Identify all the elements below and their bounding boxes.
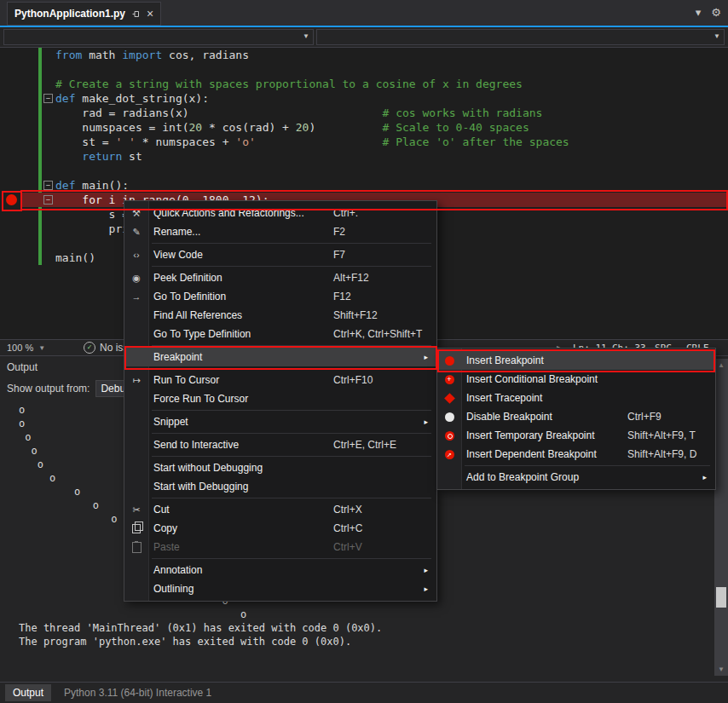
tracepoint-icon — [437, 389, 461, 407]
output-scrollbar[interactable]: ▲ ▼ — [714, 359, 728, 676]
menu-item-label: Go To Type Definition — [153, 328, 251, 340]
menu-item-rename[interactable]: ✎Rename...F2 — [124, 222, 436, 241]
menu-item-shortcut: Ctrl+E, Ctrl+E — [333, 435, 396, 454]
menu-item-label: Snippet — [153, 416, 188, 428]
menu-item-annotation[interactable]: Annotation▸ — [124, 561, 436, 579]
code-line[interactable]: st = ' ' * numspaces + 'o' # Place 'o' a… — [0, 135, 728, 149]
code-text: def make_dot_string(x): — [55, 92, 209, 105]
empty-icon-slot — [124, 325, 148, 343]
project-dropdown[interactable]: ▼ — [3, 29, 314, 45]
rename-icon: ✎ — [124, 222, 148, 241]
menu-item-label: Insert Tracepoint — [466, 392, 542, 404]
paste-icon — [124, 538, 148, 556]
code-line[interactable] — [0, 164, 728, 178]
member-dropdown[interactable]: ▼ — [316, 29, 725, 45]
menu-item-label: Start with Debugging — [153, 481, 248, 493]
empty-icon-slot — [124, 412, 148, 431]
empty-icon-slot — [124, 435, 148, 454]
menu-item-add-to-breakpoint-group[interactable]: Add to Breakpoint Group▸ — [437, 468, 715, 487]
scroll-down-icon[interactable]: ▼ — [714, 663, 728, 676]
panel-tab-output[interactable]: Output — [5, 684, 51, 701]
menu-item-send-to-interactive[interactable]: Send to InteractiveCtrl+E, Ctrl+E — [124, 435, 436, 454]
menu-item-shortcut: Shift+Alt+F9, T — [627, 426, 696, 445]
empty-icon-slot — [124, 561, 148, 579]
code-text: main() — [55, 251, 95, 264]
menu-item-go-to-definition[interactable]: →Go To DefinitionF12 — [124, 287, 436, 306]
code-line[interactable]: −def main(): — [0, 178, 728, 193]
panel-tab-python-3-11-64-bit-interactive-1[interactable]: Python 3.11 (64-bit) Interactive 1 — [56, 684, 219, 701]
menu-item-go-to-type-definition[interactable]: Go To Type DefinitionCtrl+K, Ctrl+Shift+… — [124, 325, 436, 343]
empty-icon-slot — [124, 458, 148, 477]
zoom-level: 100 % — [7, 343, 33, 353]
menu-item-label: View Code — [153, 249, 203, 261]
menu-item-label: Breakpoint — [153, 351, 202, 363]
view-code-icon: ‹› — [124, 245, 148, 264]
submenu-arrow-icon: ▸ — [424, 412, 428, 431]
menu-item-insert-temporary-breakpoint[interactable]: Insert Temporary BreakpointShift+Alt+F9,… — [437, 426, 715, 445]
empty-icon-slot — [124, 477, 148, 496]
code-text: numspaces = int(20 * cos(rad) + 20) # Sc… — [55, 121, 529, 134]
close-tab-icon[interactable]: × — [147, 8, 153, 20]
menu-item-outlining[interactable]: Outlining▸ — [124, 579, 436, 598]
editor-context-menu: ⚒Quick Actions and Refactorings...Ctrl+.… — [124, 200, 437, 602]
menu-item-cut[interactable]: ✂CutCtrl+X — [124, 500, 436, 519]
menu-item-start-with-debugging[interactable]: Start with Debugging — [124, 477, 436, 496]
menu-item-run-to-cursor[interactable]: ↦Run To CursorCtrl+F10 — [124, 371, 436, 389]
menu-item-force-run-to-cursor[interactable]: Force Run To Cursor — [124, 389, 436, 408]
menu-item-label: Paste — [153, 541, 180, 553]
menu-item-view-code[interactable]: ‹›View CodeF7 — [124, 245, 436, 264]
code-line[interactable]: rad = radians(x) # cos works with radian… — [0, 106, 728, 120]
open-documents-dropdown-icon[interactable]: ▾ — [696, 6, 702, 19]
menu-item-label: Force Run To Cursor — [153, 393, 248, 405]
menu-item-disable-breakpoint[interactable]: Disable BreakpointCtrl+F9 — [437, 407, 715, 426]
menu-separator — [152, 498, 431, 498]
menu-separator — [152, 243, 431, 244]
menu-item-insert-breakpoint[interactable]: Insert Breakpoint — [437, 351, 715, 370]
document-tab[interactable]: PythonApplication1.py × — [7, 2, 161, 26]
menu-item-insert-conditional-breakpoint[interactable]: Insert Conditional Breakpoint — [437, 370, 715, 389]
menu-item-shortcut: Shift+F12 — [333, 306, 378, 325]
menu-item-breakpoint[interactable]: Breakpoint▸ — [124, 348, 436, 366]
menu-item-paste[interactable]: PasteCtrl+V — [124, 538, 436, 556]
menu-item-quick-actions-and-refactorings[interactable]: ⚒Quick Actions and Refactorings...Ctrl+. — [124, 204, 436, 222]
fold-collapse-icon[interactable]: − — [43, 94, 53, 103]
menu-item-start-without-debugging[interactable]: Start without Debugging — [124, 458, 436, 477]
fold-collapse-icon[interactable]: − — [43, 181, 53, 190]
code-text: # Create a string with spaces proportion… — [55, 78, 523, 90]
menu-item-copy[interactable]: CopyCtrl+C — [124, 519, 436, 538]
code-line[interactable] — [0, 62, 728, 77]
pin-icon[interactable] — [131, 9, 141, 19]
code-line[interactable]: from math import cos, radians — [0, 48, 728, 62]
visual-studio-window: PythonApplication1.py × ▾ ⚙ ▼ ▼ from mat… — [0, 0, 728, 703]
menu-item-label: Start without Debugging — [153, 462, 263, 474]
empty-icon-slot — [124, 579, 148, 598]
fold-collapse-icon[interactable]: − — [43, 195, 53, 205]
menu-item-peek-definition[interactable]: ◉Peek DefinitionAlt+F12 — [124, 268, 436, 287]
code-text: rad = radians(x) # cos works with radian… — [55, 107, 542, 119]
disable-breakpoint-icon — [437, 407, 461, 426]
menu-item-label: Annotation — [153, 564, 202, 576]
scrollbar-thumb[interactable] — [716, 587, 726, 608]
code-line[interactable]: return st — [0, 149, 728, 164]
code-line[interactable]: # Create a string with spaces proportion… — [0, 77, 728, 91]
code-line[interactable]: −def make_dot_string(x): — [0, 91, 728, 106]
code-text: return st — [55, 150, 142, 163]
zoom-selector[interactable]: 100 % ▼ — [7, 343, 45, 353]
empty-icon-slot — [124, 348, 148, 366]
cut-icon: ✂ — [124, 500, 148, 519]
scroll-up-icon[interactable]: ▲ — [714, 359, 728, 372]
menu-item-insert-dependent-breakpoint[interactable]: Insert Dependent BreakpointShift+Alt+F9,… — [437, 445, 715, 464]
gear-icon[interactable]: ⚙ — [711, 6, 721, 19]
menu-item-find-all-references[interactable]: Find All ReferencesShift+F12 — [124, 306, 436, 325]
menu-item-shortcut: Ctrl+V — [333, 538, 362, 556]
menu-item-snippet[interactable]: Snippet▸ — [124, 412, 436, 431]
code-line[interactable]: numspaces = int(20 * cos(rad) + 20) # Sc… — [0, 120, 728, 135]
quick-actions-icon: ⚒ — [124, 204, 148, 222]
conditional-breakpoint-icon — [437, 370, 461, 389]
empty-icon-slot — [437, 468, 461, 487]
menu-item-label: Quick Actions and Refactorings... — [153, 207, 304, 219]
document-tab-title: PythonApplication1.py — [14, 8, 125, 20]
menu-separator — [152, 456, 431, 457]
menu-item-shortcut: Ctrl+C — [333, 519, 362, 538]
menu-item-insert-tracepoint[interactable]: Insert Tracepoint — [437, 389, 715, 407]
